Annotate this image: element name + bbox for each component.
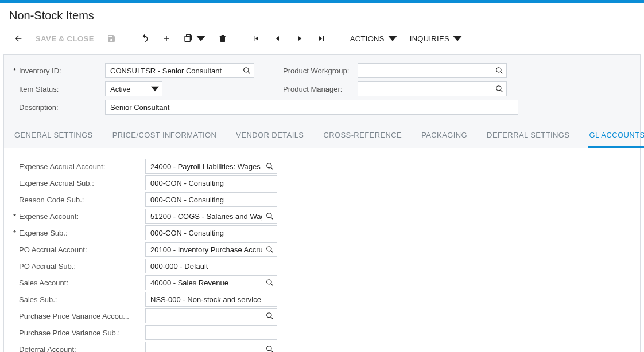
search-icon[interactable]: [266, 345, 274, 352]
description-label: Description:: [13, 103, 105, 112]
reason-code-sub-input[interactable]: [145, 192, 277, 207]
chevron-down-icon[interactable]: [151, 85, 159, 93]
clipboard-button[interactable]: [179, 30, 210, 46]
expense-accrual-account-label: Expense Accrual Account:: [13, 162, 145, 171]
sales-sub-input[interactable]: [145, 292, 277, 307]
header-form: Inventory ID: Product Workgroup: Item St…: [4, 55, 640, 119]
undo-button[interactable]: [135, 30, 154, 46]
inventory-id-field-wrap: [105, 63, 254, 78]
expense-accrual-sub-label: Expense Accrual Sub.:: [13, 179, 145, 187]
first-button[interactable]: [247, 30, 265, 46]
ppv-sub-label: Purchase Price Variance Sub.:: [13, 328, 145, 337]
actions-button[interactable]: ACTIONS: [346, 30, 402, 46]
search-icon[interactable]: [266, 162, 274, 170]
product-workgroup-label: Product Workgroup:: [277, 67, 358, 75]
product-workgroup-field-wrap: [358, 63, 507, 78]
toolbar: SAVE & CLOSE ACTIONS INQUIRIES: [0, 30, 644, 54]
save-and-close-button: SAVE & CLOSE: [31, 31, 99, 46]
search-icon[interactable]: [266, 312, 274, 320]
prev-button[interactable]: [269, 30, 287, 46]
search-icon[interactable]: [495, 67, 503, 75]
expense-accrual-sub-input[interactable]: [145, 175, 277, 190]
po-accrual-account-label: PO Accrual Account:: [13, 245, 145, 254]
expense-sub-input[interactable]: [145, 225, 277, 240]
product-manager-field-wrap: [358, 81, 507, 96]
deferral-account-label: Deferral Account:: [13, 345, 145, 353]
sales-sub-label: Sales Sub.:: [13, 295, 145, 304]
search-icon[interactable]: [266, 212, 274, 220]
expense-account-label: Expense Account:: [13, 212, 145, 221]
tab-gl-accounts[interactable]: GL ACCOUNTS: [588, 127, 644, 148]
product-workgroup-input[interactable]: [358, 63, 507, 78]
po-accrual-account-input[interactable]: [145, 242, 277, 257]
actions-label: ACTIONS: [350, 34, 385, 43]
search-icon[interactable]: [266, 245, 274, 253]
sales-account-label: Sales Account:: [13, 279, 145, 287]
tab-price-cost[interactable]: PRICE/COST INFORMATION: [111, 127, 218, 148]
delete-button[interactable]: [214, 30, 232, 46]
expense-account-input[interactable]: [145, 209, 277, 224]
po-accrual-sub-label: PO Accrual Sub.:: [13, 262, 145, 271]
sales-account-input[interactable]: [145, 275, 277, 290]
last-button[interactable]: [312, 30, 331, 46]
expense-sub-label: Expense Sub.:: [13, 229, 145, 237]
content-panel: Inventory ID: Product Workgroup: Item St…: [3, 54, 641, 352]
tab-strip: GENERAL SETTINGS PRICE/COST INFORMATION …: [4, 119, 640, 148]
tab-general-settings[interactable]: GENERAL SETTINGS: [13, 127, 94, 148]
deferral-account-input[interactable]: [145, 342, 277, 352]
save-button[interactable]: [102, 30, 121, 46]
item-status-label: Item Status:: [13, 85, 105, 93]
ppv-account-input[interactable]: [145, 308, 277, 323]
ppv-account-label: Purchase Price Variance Accou...: [13, 312, 145, 320]
tab-deferral-settings[interactable]: DEFERRAL SETTINGS: [486, 127, 571, 148]
tab-vendor-details[interactable]: VENDOR DETAILS: [235, 127, 305, 148]
tab-cross-reference[interactable]: CROSS-REFERENCE: [322, 127, 403, 148]
back-button[interactable]: [9, 30, 28, 46]
inquiries-button[interactable]: INQUIRIES: [405, 30, 467, 46]
search-icon[interactable]: [495, 85, 503, 93]
reason-code-sub-label: Reason Code Sub.:: [13, 195, 145, 204]
search-icon[interactable]: [243, 67, 251, 75]
tab-packaging[interactable]: PACKAGING: [420, 127, 468, 148]
gl-accounts-panel: Expense Accrual Account: Expense Accrual…: [4, 148, 640, 352]
ppv-sub-input[interactable]: [145, 325, 277, 340]
product-manager-input[interactable]: [358, 81, 507, 96]
item-status-field-wrap: [105, 81, 162, 96]
next-button[interactable]: [290, 30, 309, 46]
page-title: Non-Stock Items: [0, 3, 644, 30]
product-manager-label: Product Manager:: [277, 85, 358, 93]
po-accrual-sub-input[interactable]: [145, 259, 277, 273]
inquiries-label: INQUIRIES: [410, 34, 449, 43]
add-button[interactable]: [157, 30, 176, 46]
expense-accrual-account-input[interactable]: [145, 159, 277, 174]
description-input[interactable]: [105, 100, 518, 115]
inventory-id-input[interactable]: [105, 63, 254, 78]
inventory-id-label: Inventory ID:: [13, 67, 105, 75]
search-icon[interactable]: [266, 279, 274, 287]
save-close-label: SAVE & CLOSE: [36, 34, 94, 43]
